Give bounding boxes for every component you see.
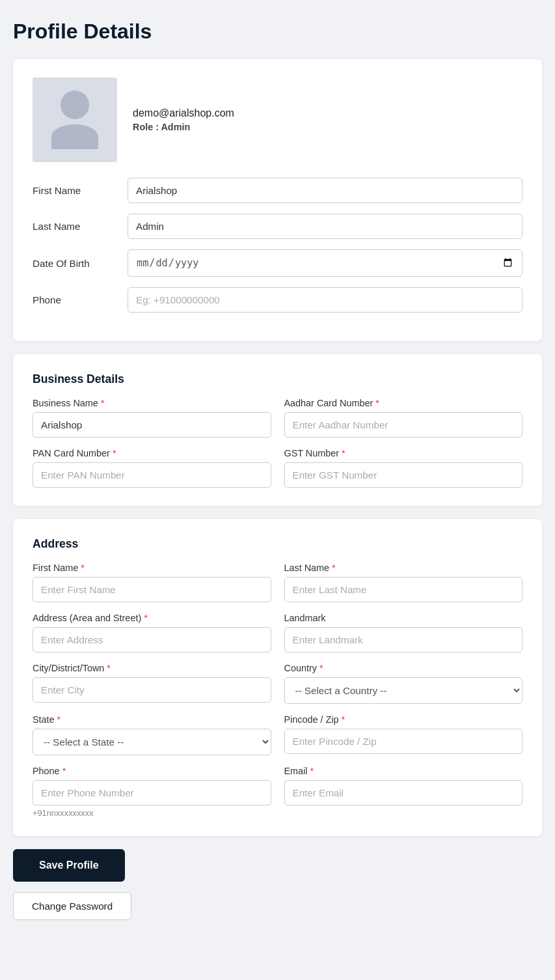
addr-phone-group: Phone * +91nnxxxxxxxxx — [33, 766, 271, 818]
role-value: Admin — [161, 122, 190, 132]
addr-pincode-group: Pincode / Zip * — [284, 714, 523, 755]
addr-state-select[interactable]: -- Select a State -- Maharashtra Delhi K… — [33, 729, 271, 755]
addr-state-label: State * — [33, 714, 271, 725]
last-name-row: Last Name — [33, 214, 522, 239]
profile-email: demo@arialshop.com — [133, 107, 234, 119]
profile-info: demo@arialshop.com Role : Admin — [133, 107, 234, 132]
avatar-body — [51, 124, 98, 149]
change-password-button[interactable]: Change Password — [13, 892, 131, 920]
addr-landmark-label: Landmark — [284, 613, 523, 623]
addr-first-name-group: First Name * — [33, 563, 271, 602]
last-name-label: Last Name — [33, 221, 117, 232]
address-section-title: Address — [33, 537, 522, 551]
addr-country-select[interactable]: -- Select a Country -- India United Stat… — [284, 677, 523, 704]
addr-address-group: Address (Area and Street) * — [33, 613, 271, 652]
addr-phone-hint: +91nnxxxxxxxxx — [33, 808, 271, 818]
addr-state-group: State * -- Select a State -- Maharashtra… — [33, 714, 271, 755]
phone-input[interactable] — [128, 287, 522, 313]
dob-label: Date Of Birth — [33, 258, 117, 269]
addr-address-label: Address (Area and Street) * — [33, 613, 271, 623]
avatar-icon — [51, 91, 98, 149]
profile-header: demo@arialshop.com Role : Admin — [33, 77, 522, 162]
profile-role: Role : Admin — [133, 122, 234, 132]
first-name-row: First Name — [33, 178, 522, 203]
pan-required: * — [113, 448, 116, 458]
gst-label: GST Number * — [284, 448, 523, 458]
addr-address-input[interactable] — [33, 627, 271, 652]
dob-input[interactable] — [128, 249, 522, 277]
business-section-title: Business Details — [33, 372, 522, 386]
save-profile-button[interactable]: Save Profile — [13, 849, 125, 882]
dob-field-wrapper — [128, 249, 522, 277]
aadhar-required: * — [375, 398, 379, 408]
addr-city-group: City/District/Town * — [33, 663, 271, 704]
addr-pincode-input[interactable] — [284, 729, 523, 754]
gst-required: * — [342, 448, 345, 458]
aadhar-label: Aadhar Card Number * — [284, 398, 523, 408]
first-name-input[interactable] — [128, 178, 522, 203]
business-card: Business Details Business Name * Aadhar … — [13, 354, 542, 506]
addr-country-group: Country * -- Select a Country -- India U… — [284, 663, 523, 704]
addr-last-name-label: Last Name * — [284, 563, 523, 573]
profile-card: demo@arialshop.com Role : Admin First Na… — [13, 59, 542, 341]
last-name-field-wrapper — [128, 214, 522, 239]
addr-phone-input[interactable] — [33, 780, 271, 805]
addr-landmark-input[interactable] — [284, 627, 523, 652]
pan-label: PAN Card Number * — [33, 448, 271, 458]
last-name-input[interactable] — [128, 214, 522, 239]
addr-phone-label: Phone * — [33, 766, 271, 776]
aadhar-input[interactable] — [284, 412, 523, 438]
pan-group: PAN Card Number * — [33, 448, 271, 488]
gst-group: GST Number * — [284, 448, 523, 488]
phone-row: Phone — [33, 287, 522, 313]
pan-input[interactable] — [33, 462, 271, 488]
addr-email-label: Email * — [284, 766, 523, 776]
business-name-group: Business Name * — [33, 398, 271, 438]
first-name-field-wrapper — [128, 178, 522, 203]
page-title: Profile Details — [13, 20, 542, 44]
addr-email-group: Email * — [284, 766, 523, 818]
address-card: Address First Name * Last Name * Address… — [13, 519, 542, 836]
addr-last-name-group: Last Name * — [284, 563, 523, 602]
addr-first-name-input[interactable] — [33, 577, 271, 602]
addr-city-label: City/District/Town * — [33, 663, 271, 673]
avatar-head — [61, 91, 89, 119]
dob-row: Date Of Birth — [33, 249, 522, 277]
gst-input[interactable] — [284, 462, 523, 488]
business-name-required: * — [101, 398, 105, 408]
addr-city-input[interactable] — [33, 677, 271, 703]
business-name-input[interactable] — [33, 412, 271, 438]
phone-field-wrapper — [128, 287, 522, 313]
addr-first-name-label: First Name * — [33, 563, 271, 573]
role-label: Role : — [133, 122, 161, 132]
business-fields: Business Name * Aadhar Card Number * PAN… — [33, 398, 522, 488]
phone-label: Phone — [33, 294, 117, 305]
addr-last-name-input[interactable] — [284, 577, 523, 602]
business-name-label: Business Name * — [33, 398, 271, 408]
avatar — [33, 77, 117, 162]
addr-email-input[interactable] — [284, 780, 523, 805]
addr-landmark-group: Landmark — [284, 613, 523, 652]
aadhar-group: Aadhar Card Number * — [284, 398, 523, 438]
addr-pincode-label: Pincode / Zip * — [284, 714, 523, 725]
addr-country-label: Country * — [284, 663, 523, 673]
address-fields: First Name * Last Name * Address (Area a… — [33, 563, 522, 818]
first-name-label: First Name — [33, 185, 117, 196]
